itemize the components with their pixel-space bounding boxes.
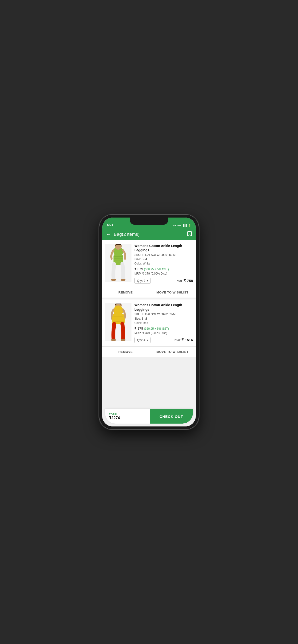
product-price-1: ₹ 379 (360.95 + 5% GST): [134, 267, 193, 271]
total-label: TOTAL: [109, 413, 146, 416]
total-amount: ₹2274: [109, 416, 146, 420]
item-actions-1: REMOVE MOVE TO WISHLIST: [102, 287, 196, 298]
page-title: Bag(2 items): [114, 232, 140, 237]
product-mrp-2: MRP: ₹ 379 (0.00% Disc): [134, 331, 193, 335]
cart-item-2: Womens Cotton Ankle Length Leggings SKU:…: [102, 300, 196, 357]
product-image-2: [105, 303, 131, 341]
product-name-2: Womens Cotton Ankle Length Leggings: [134, 303, 193, 312]
product-image-1: [105, 244, 131, 282]
product-price-2: ₹ 379 (360.95 + 5% GST): [134, 326, 193, 330]
product-sku-1: SKU: LLGALSOEC1002011S-M: [134, 253, 193, 256]
svg-point-2: [111, 279, 116, 281]
product-mrp-1: MRP: ₹ 379 (0.00% Disc): [134, 272, 193, 275]
bottom-spacer: [102, 359, 196, 373]
chevron-down-icon-2: ▾: [147, 339, 148, 342]
wishlist-button-1[interactable]: MOVE TO WISHLIST: [149, 287, 196, 298]
qty-label-1: Qty: 2: [137, 279, 145, 282]
bookmark-icon[interactable]: [187, 231, 192, 238]
status-time: 5:21: [107, 223, 113, 227]
remove-button-2[interactable]: REMOVE: [102, 347, 149, 357]
qty-label-2: Qty: 4: [137, 338, 145, 342]
network-indicator: E1: [173, 224, 176, 227]
battery-icon: 🔋: [188, 224, 191, 227]
qty-selector-2[interactable]: Qty: 4 ▾: [134, 337, 151, 343]
cart-item: Womens Cotton Ankle Length Leggings SKU:…: [102, 240, 196, 298]
product-sku-2: SKU: LLGALSOEC1002010S-M: [134, 313, 193, 316]
qty-selector-1[interactable]: Qty: 2 ▾: [134, 278, 151, 284]
item-actions-2: REMOVE MOVE TO WISHLIST: [102, 346, 196, 357]
back-button[interactable]: ←: [106, 232, 111, 237]
header: ← Bag(2 items): [102, 228, 196, 240]
remove-button-1[interactable]: REMOVE: [102, 287, 149, 298]
product-name-1: Womens Cotton Ankle Length Leggings: [134, 244, 193, 252]
chevron-down-icon: ▾: [147, 279, 148, 282]
cart-content: Womens Cotton Ankle Length Leggings SKU:…: [102, 240, 196, 426]
signal-4g: 4G+: [177, 224, 181, 227]
product-size-2: Size: S-M: [134, 317, 193, 320]
checkout-button[interactable]: CHECK OUT: [150, 409, 193, 424]
product-info-1: Womens Cotton Ankle Length Leggings SKU:…: [134, 244, 193, 284]
product-info-2: Womens Cotton Ankle Length Leggings SKU:…: [134, 303, 193, 343]
signal-bars: ▐▐▐: [182, 224, 187, 227]
product-size-1: Size: S-M: [134, 258, 193, 261]
bottom-bar: TOTAL ₹2274 CHECK OUT: [105, 409, 193, 424]
product-color-1: Color: White: [134, 262, 193, 265]
wishlist-button-2[interactable]: MOVE TO WISHLIST: [149, 347, 196, 357]
product-color-2: Color: Red: [134, 321, 193, 325]
item-total-2: Total: ₹ 1516: [173, 338, 193, 342]
item-total-1: Total: ₹ 758: [175, 279, 193, 283]
total-section: TOTAL ₹2274: [105, 413, 150, 420]
svg-point-3: [121, 279, 125, 281]
status-icons: E1 4G+ ▐▐▐ 🔋: [173, 224, 191, 227]
